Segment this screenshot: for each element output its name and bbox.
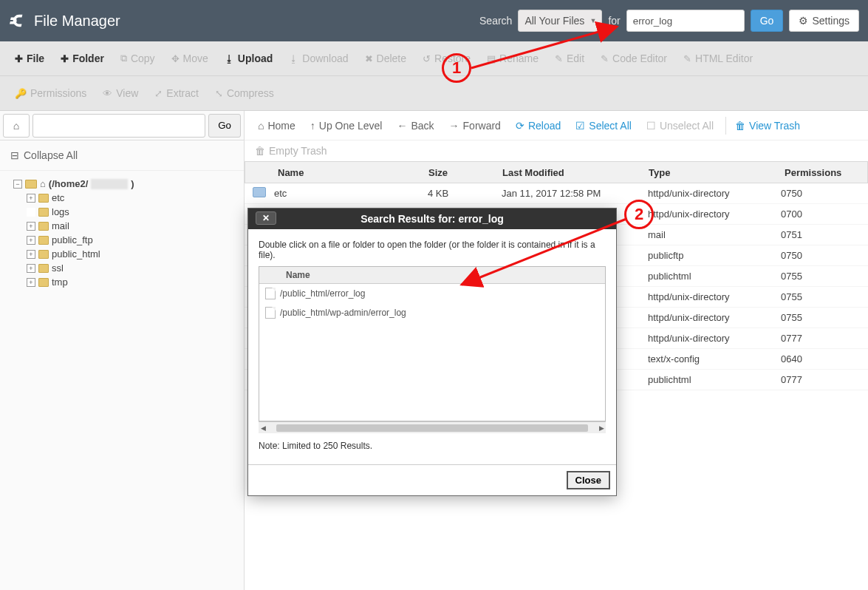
tree-toggle-icon[interactable] (27, 236, 35, 245)
restore-button[interactable]: ↺Restore (415, 46, 478, 71)
tree-toggle-icon[interactable] (27, 194, 35, 203)
table-row[interactable]: etc4 KBJan 11, 2017 12:58 PMhttpd/unix-d… (245, 183, 868, 204)
nav-home-button[interactable]: ⌂Home (252, 117, 301, 135)
modal-close-button[interactable]: Close (567, 471, 610, 489)
rename-icon: ▤ (487, 53, 496, 64)
modal-close-x-button[interactable]: ✕ (256, 211, 276, 225)
tree-item-mail[interactable]: mail (16, 219, 241, 233)
modal-hint: Double click on a file or folder to open… (259, 240, 606, 260)
select-all-button[interactable]: ☑Select All (570, 117, 638, 135)
col-size[interactable]: Size (428, 167, 502, 178)
eye-icon: 👁 (103, 88, 112, 99)
copy-button[interactable]: ⧉Copy (113, 46, 163, 71)
results-col-name[interactable]: Name (259, 267, 605, 284)
tree-root[interactable]: ⌂ (/home2/) (3, 177, 241, 191)
check-icon: ☑ (575, 120, 585, 132)
restore-icon: ↺ (423, 53, 431, 64)
folder-icon (38, 264, 49, 273)
forward-icon: → (449, 120, 459, 132)
tree-toggle-icon[interactable] (27, 222, 35, 231)
compress-button[interactable]: ⤡Compress (208, 81, 281, 106)
col-name[interactable]: Name (275, 167, 428, 178)
collapse-all-label: Collapse All (24, 149, 78, 161)
nav-up-button[interactable]: ↑Up One Level (304, 117, 389, 135)
view-button[interactable]: 👁View (95, 81, 146, 106)
tree-item-public-html[interactable]: public_html (16, 247, 241, 261)
folder-tree: ⌂ (/home2/) etc logs mail public_ftp pub… (0, 171, 244, 295)
delete-button[interactable]: ✖Delete (358, 46, 414, 71)
nav-back-button[interactable]: ←Back (391, 117, 440, 135)
search-results-modal: ✕ Search Results for: error_log Double c… (247, 208, 617, 496)
col-last-modified[interactable]: Last Modified (502, 167, 649, 178)
modal-title-prefix: Search Results for: (360, 213, 458, 225)
reload-icon: ⟳ (516, 120, 524, 132)
unselect-all-button[interactable]: ☐Unselect All (640, 117, 720, 135)
search-input[interactable] (626, 10, 745, 32)
uncheck-icon: ☐ (646, 120, 656, 132)
col-permissions[interactable]: Permissions (782, 167, 867, 178)
collapse-all-button[interactable]: ⊟ Collapse All (0, 140, 244, 171)
folder-icon (38, 236, 49, 245)
home-button[interactable]: ⌂ (3, 114, 30, 138)
upload-icon: ⭳ (225, 53, 234, 64)
reload-button[interactable]: ⟳Reload (510, 117, 567, 135)
col-type[interactable]: Type (649, 167, 782, 178)
search-go-button[interactable]: Go (751, 10, 784, 32)
tree-item-public-ftp[interactable]: public_ftp (16, 233, 241, 247)
home-icon: ⌂ (13, 120, 19, 132)
search-result-row[interactable]: /public_html/error_log (259, 284, 605, 303)
cpanel-logo-icon (9, 12, 27, 30)
tree-item-logs[interactable]: logs (16, 205, 241, 219)
path-input[interactable] (33, 114, 205, 138)
new-file-button[interactable]: ✚File (7, 46, 52, 71)
toolbar-row-2: 🔑Permissions 👁View ⤢Extract ⤡Compress (0, 76, 868, 111)
move-button[interactable]: ✥Move (164, 46, 216, 71)
compress-icon: ⤡ (215, 88, 223, 99)
permissions-button[interactable]: 🔑Permissions (7, 81, 94, 106)
plus-icon: ✚ (15, 53, 23, 64)
rename-button[interactable]: ▤Rename (479, 46, 546, 71)
code-editor-button[interactable]: ✎Code Editor (593, 46, 674, 71)
tree-toggle-icon[interactable] (13, 180, 22, 189)
back-icon: ← (397, 120, 407, 132)
tree-toggle-icon[interactable] (27, 250, 35, 259)
plus-icon: ✚ (61, 53, 69, 64)
search-scope-select[interactable]: All Your Files (518, 10, 602, 32)
folder-open-icon (25, 180, 37, 189)
new-folder-button[interactable]: ✚Folder (53, 46, 112, 71)
download-icon: ⭳ (289, 53, 298, 64)
tree-item-tmp[interactable]: tmp (16, 275, 241, 289)
file-icon (265, 307, 276, 319)
home-icon: ⌂ (258, 120, 264, 132)
tree-item-etc[interactable]: etc (16, 191, 241, 205)
empty-trash-button[interactable]: 🗑Empty Trash (245, 140, 868, 161)
gear-icon: ⚙ (799, 15, 808, 27)
settings-button[interactable]: ⚙ Settings (789, 10, 859, 32)
code-icon: ✎ (601, 53, 609, 64)
for-label: for (608, 15, 620, 27)
tree-toggle-icon[interactable] (27, 264, 35, 273)
modal-titlebar[interactable]: ✕ Search Results for: error_log (248, 208, 616, 229)
folder-icon (38, 278, 49, 287)
tree-toggle-icon[interactable] (27, 278, 35, 287)
topbar: File Manager Search All Your Files for G… (0, 0, 868, 41)
modal-note: Note: Limited to 250 Results. (259, 433, 606, 454)
view-trash-button[interactable]: 🗑View Trash (725, 117, 806, 135)
folder-icon (38, 222, 49, 231)
download-button[interactable]: ⭳Download (281, 46, 355, 71)
edit-button[interactable]: ✎Edit (547, 46, 592, 71)
search-label: Search (479, 15, 512, 27)
home-icon: ⌂ (40, 178, 46, 189)
upload-button[interactable]: ⭳Upload (217, 46, 280, 71)
search-result-row[interactable]: /public_html/wp-admin/error_log (259, 303, 605, 322)
root-path: (/home2/ (49, 178, 88, 189)
html-icon: ✎ (683, 53, 691, 64)
tree-item-ssl[interactable]: ssl (16, 261, 241, 275)
delete-icon: ✖ (365, 53, 373, 64)
horizontal-scrollbar[interactable]: ◀▶ (259, 421, 606, 433)
path-go-button[interactable]: Go (208, 114, 241, 138)
content-toolbar: ⌂Home ↑Up One Level ←Back →Forward ⟳Relo… (245, 111, 868, 140)
extract-button[interactable]: ⤢Extract (147, 81, 206, 106)
html-editor-button[interactable]: ✎HTML Editor (676, 46, 760, 71)
nav-forward-button[interactable]: →Forward (443, 117, 507, 135)
